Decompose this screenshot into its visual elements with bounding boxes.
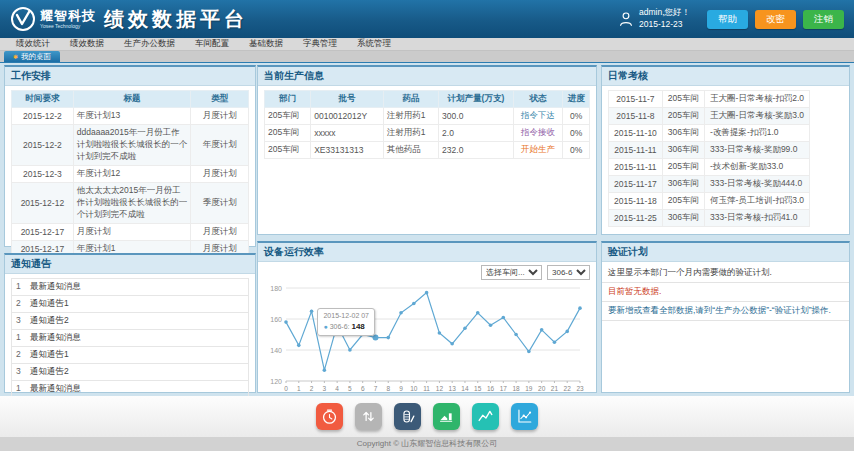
notice-index: 2 (16, 349, 30, 361)
header-right: admin,您好！ 2015-12-23 帮助 改密 注销 (617, 7, 844, 31)
cell: xxxxx (311, 125, 384, 142)
notice-row[interactable]: 1最新通知消息 (11, 279, 249, 296)
work-plan-row[interactable]: 2015-12-2年度计划13月度计划 (12, 108, 249, 125)
status-link[interactable]: 指令接收 (513, 125, 563, 142)
cell: 2015-11-11 (609, 159, 663, 176)
logout-button[interactable]: 注销 (803, 10, 844, 29)
nav-item[interactable]: 字典管理 (293, 38, 347, 50)
cell: 0010012012Y (311, 108, 384, 125)
user-icon (617, 10, 635, 28)
validation-plan-panel: 验证计划 这里显示本部门一个月内需要做的验证计划.目前暂无数据.要新增或查看全部… (601, 241, 850, 393)
daily-assessment-row[interactable]: 2015-11-11205车间-技术创新-奖励33.0 (609, 159, 810, 176)
cell: 2015-11-25 (609, 210, 663, 227)
work-plan-body: 2015-12-2年度计划13月度计划2015-12-2dddaaaa2015年… (12, 108, 249, 258)
change-password-button[interactable]: 改密 (755, 10, 796, 29)
cell: 2015-12-2 (12, 125, 74, 166)
cell: 月度计划 (73, 224, 191, 241)
cell: 2015-12-2 (12, 108, 74, 125)
notice-row[interactable]: 3通知通告2 (11, 364, 249, 381)
col-header: 药品 (383, 91, 438, 108)
copyright-text: Copyright © 山东耀智信息科技有限公司 (357, 439, 498, 448)
work-plan-row[interactable]: 2015-12-17月度计划月度计划 (12, 224, 249, 241)
cell: 其他药品 (383, 142, 438, 159)
cell: 年度计划12 (73, 166, 191, 183)
cell: dddaaaa2015年一月份工作计划啦啦很长长城很长的一个计划到完不成啦 (73, 125, 191, 166)
cell: 306车间 (662, 142, 704, 159)
header: 耀智科技 Yosee Technology 绩效数据平台 admin,您好！ 2… (0, 0, 854, 38)
nav-item[interactable]: 绩效数据 (60, 38, 114, 50)
tooltip-value: 148 (351, 322, 364, 331)
nav-item[interactable]: 车间配置 (185, 38, 239, 50)
nav-item[interactable]: 系统管理 (347, 38, 401, 50)
cell: 2.0 (439, 125, 514, 142)
cell: 306车间 (662, 125, 704, 142)
transfer-icon[interactable] (355, 403, 382, 430)
nav-item[interactable]: 基础数据 (239, 38, 293, 50)
clock-icon[interactable] (316, 403, 343, 430)
nav-menu: 绩效统计绩效数据生产办公数据车间配置基础数据字典管理系统管理 (0, 38, 854, 51)
work-plan-row[interactable]: 2015-12-12他太太太太2015年一月份工作计划啦啦很长长城很长的一个计划… (12, 183, 249, 224)
page-title: 绩效数据平台 (104, 6, 248, 33)
daily-assessment-row[interactable]: 2015-11-8205车间王大圈-日常考核-奖励3.0 (609, 108, 810, 125)
validation-line: 要新增或查看全部数据,请到“生产办公数据”-“验证计划”操作. (602, 302, 849, 321)
col-header: 计划产量(万支) (439, 91, 514, 108)
quick-launch-dock (0, 396, 854, 437)
status-link[interactable]: 开始生产 (513, 142, 563, 159)
work-plan-panel: 工作安排 时间要求 标题 类型 2015-12-2年度计划13月度计划2015-… (4, 65, 256, 247)
col-header: 部门 (265, 91, 311, 108)
daily-assessment-row[interactable]: 2015-11-11306车间333-日常考核-奖励99.0 (609, 142, 810, 159)
nav-item[interactable]: 绩效统计 (6, 38, 60, 50)
help-button[interactable]: 帮助 (707, 10, 748, 29)
analytics-icon[interactable] (511, 403, 538, 430)
svg-text:12: 12 (436, 385, 444, 392)
cell: 2015-11-17 (609, 176, 663, 193)
svg-text:11: 11 (423, 385, 430, 392)
svg-text:120: 120 (270, 378, 282, 385)
svg-text:14: 14 (461, 385, 469, 392)
device-select[interactable]: 306-6 (547, 265, 590, 280)
svg-text:160: 160 (270, 316, 282, 323)
validation-plan-title: 验证计划 (602, 243, 849, 262)
production-row: 205车间xxxxx注射用药12.0指令接收0% (265, 125, 590, 142)
workshop-select[interactable]: 选择车间... (481, 265, 542, 280)
series-dot-icon: ● (323, 323, 327, 330)
nav-item[interactable]: 生产办公数据 (114, 38, 185, 50)
notice-row[interactable]: 3通知通告2 (11, 313, 249, 330)
chart-tooltip: 2015-12-02 07 ● 306-6: 148 (317, 308, 375, 337)
notice-row[interactable]: 2通知通告1 (11, 296, 249, 313)
cell: 232.0 (439, 142, 514, 159)
medicine-icon[interactable] (394, 403, 421, 430)
chart-toolbar: 选择车间... 306-6 (258, 262, 596, 282)
cell: 205车间 (662, 108, 704, 125)
daily-assessment-row[interactable]: 2015-11-17306车间333-日常考核-奖励444.0 (609, 176, 810, 193)
notice-row[interactable]: 2通知通告1 (11, 347, 249, 364)
cell: 205车间 (265, 125, 311, 142)
svg-text:6: 6 (361, 385, 365, 392)
daily-assessment-row[interactable]: 2015-11-7205车间王大圈-日常考核-扣罚2.0 (609, 91, 810, 108)
cell: 2015-12-17 (12, 224, 74, 241)
daily-assessment-row[interactable]: 2015-11-10306车间-改善提案-扣罚1.0 (609, 125, 810, 142)
work-plan-row[interactable]: 2015-12-3年度计划12月度计划 (12, 166, 249, 183)
production-table: 部门 批号 药品 计划产量(万支) 状态 进度 205车间0010012012Y… (264, 90, 590, 159)
daily-assessment-row[interactable]: 2015-11-25306车间333-日常考核-扣罚41.0 (609, 210, 810, 227)
notice-row[interactable]: 1最新通知消息 (11, 330, 249, 347)
line-chart-icon[interactable] (472, 403, 499, 430)
daily-assessment-table: 2015-11-7205车间王大圈-日常考核-扣罚2.02015-11-8205… (608, 90, 810, 227)
report-icon[interactable] (433, 403, 460, 430)
cell: 月度计划 (191, 224, 249, 241)
svg-text:1: 1 (297, 385, 301, 392)
daily-assessment-row[interactable]: 2015-11-18205车间何玉萍-员工培训-扣罚3.0 (609, 193, 810, 210)
tab-my-desktop[interactable]: ✱ 我的桌面 (4, 51, 60, 62)
work-plan-row[interactable]: 2015-12-2dddaaaa2015年一月份工作计划啦啦很长长城很长的一个计… (12, 125, 249, 166)
status-link[interactable]: 指令下达 (513, 108, 563, 125)
cell: 年度计划 (191, 125, 249, 166)
svg-text:13: 13 (449, 385, 457, 392)
notice-text: 通知通告2 (30, 366, 69, 378)
notices-panel: 通知通告 1最新通知消息2通知通告13通知通告21最新通知消息2通知通告13通知… (4, 253, 256, 393)
cell: 月度计划 (191, 166, 249, 183)
validation-line: 目前暂无数据. (602, 283, 849, 302)
cell: 306车间 (662, 176, 704, 193)
col-header: 时间要求 (12, 91, 74, 108)
daily-assessment-title: 日常考核 (602, 67, 849, 86)
cell: 205车间 (662, 91, 704, 108)
